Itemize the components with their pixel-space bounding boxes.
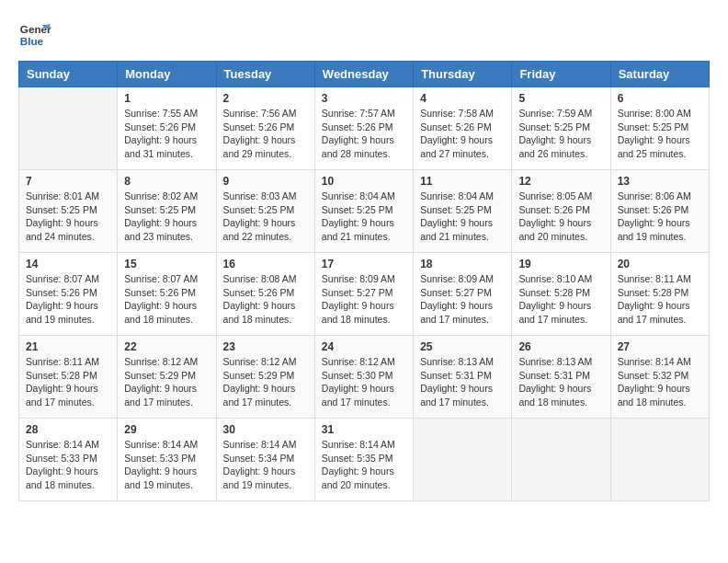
day-number: 15 — [124, 258, 209, 270]
calendar-day-cell: 27Sunrise: 8:14 AMSunset: 5:32 PMDayligh… — [610, 336, 709, 419]
day-number: 23 — [223, 340, 308, 353]
day-info: Sunrise: 7:55 AMSunset: 5:26 PMDaylight:… — [124, 107, 209, 161]
svg-text:Blue: Blue — [20, 35, 44, 47]
calendar-day-cell: 11Sunrise: 8:04 AMSunset: 5:25 PMDayligh… — [414, 170, 512, 253]
calendar-day-cell: 30Sunrise: 8:14 AMSunset: 5:34 PMDayligh… — [216, 419, 314, 501]
calendar-day-cell: 13Sunrise: 8:06 AMSunset: 5:26 PMDayligh… — [610, 170, 709, 253]
calendar-day-cell: 19Sunrise: 8:10 AMSunset: 5:28 PMDayligh… — [512, 253, 610, 336]
calendar-day-cell: 16Sunrise: 8:08 AMSunset: 5:26 PMDayligh… — [216, 253, 314, 336]
weekday-header-cell: Sunday — [19, 62, 118, 87]
calendar-week-row: 21Sunrise: 8:11 AMSunset: 5:28 PMDayligh… — [19, 336, 710, 419]
calendar-day-cell: 5Sunrise: 7:59 AMSunset: 5:25 PMDaylight… — [512, 87, 610, 170]
calendar-day-cell: 4Sunrise: 7:58 AMSunset: 5:26 PMDaylight… — [414, 87, 512, 170]
day-info: Sunrise: 8:04 AMSunset: 5:25 PMDaylight:… — [420, 190, 505, 244]
day-info: Sunrise: 7:58 AMSunset: 5:26 PMDaylight:… — [420, 107, 505, 161]
calendar-day-cell — [610, 419, 709, 501]
logo: General Blue — [18, 18, 55, 52]
day-info: Sunrise: 8:07 AMSunset: 5:26 PMDaylight:… — [26, 272, 110, 327]
calendar-day-cell: 7Sunrise: 8:01 AMSunset: 5:25 PMDaylight… — [19, 170, 118, 253]
day-number: 20 — [618, 258, 702, 270]
day-info: Sunrise: 7:59 AMSunset: 5:25 PMDaylight:… — [518, 107, 603, 161]
calendar-day-cell: 17Sunrise: 8:09 AMSunset: 5:27 PMDayligh… — [314, 253, 413, 336]
day-number: 22 — [124, 340, 209, 353]
svg-text:General: General — [20, 23, 51, 35]
day-number: 11 — [420, 175, 505, 188]
day-info: Sunrise: 8:00 AMSunset: 5:25 PMDaylight:… — [618, 107, 702, 161]
day-number: 8 — [124, 175, 209, 188]
day-number: 17 — [322, 258, 406, 270]
calendar-day-cell — [19, 87, 118, 170]
day-info: Sunrise: 8:09 AMSunset: 5:27 PMDaylight:… — [322, 272, 406, 327]
calendar-day-cell: 12Sunrise: 8:05 AMSunset: 5:26 PMDayligh… — [512, 170, 610, 253]
day-info: Sunrise: 8:12 AMSunset: 5:29 PMDaylight:… — [223, 355, 308, 409]
day-number: 16 — [223, 258, 308, 270]
day-number: 29 — [124, 423, 209, 436]
day-info: Sunrise: 8:11 AMSunset: 5:28 PMDaylight:… — [618, 272, 702, 327]
header: General Blue — [18, 18, 710, 52]
day-number: 13 — [618, 175, 702, 188]
day-number: 28 — [26, 423, 110, 436]
day-info: Sunrise: 8:03 AMSunset: 5:25 PMDaylight:… — [223, 190, 308, 244]
day-info: Sunrise: 8:10 AMSunset: 5:28 PMDaylight:… — [518, 272, 603, 327]
day-info: Sunrise: 8:04 AMSunset: 5:25 PMDaylight:… — [322, 190, 406, 244]
calendar-day-cell: 24Sunrise: 8:12 AMSunset: 5:30 PMDayligh… — [314, 336, 413, 419]
calendar-day-cell: 14Sunrise: 8:07 AMSunset: 5:26 PMDayligh… — [19, 253, 118, 336]
calendar-week-row: 14Sunrise: 8:07 AMSunset: 5:26 PMDayligh… — [19, 253, 710, 336]
day-number: 4 — [420, 92, 505, 105]
day-number: 6 — [618, 92, 702, 105]
calendar-day-cell: 29Sunrise: 8:14 AMSunset: 5:33 PMDayligh… — [118, 419, 216, 501]
calendar-day-cell: 3Sunrise: 7:57 AMSunset: 5:26 PMDaylight… — [314, 87, 413, 170]
calendar-day-cell — [512, 419, 610, 501]
day-info: Sunrise: 8:07 AMSunset: 5:26 PMDaylight:… — [124, 272, 209, 327]
day-info: Sunrise: 7:57 AMSunset: 5:26 PMDaylight:… — [322, 107, 406, 161]
day-number: 18 — [420, 258, 505, 270]
day-info: Sunrise: 8:13 AMSunset: 5:31 PMDaylight:… — [518, 355, 603, 409]
day-number: 26 — [518, 340, 603, 353]
day-number: 19 — [518, 258, 603, 270]
day-info: Sunrise: 8:08 AMSunset: 5:26 PMDaylight:… — [223, 272, 308, 327]
day-number: 1 — [124, 92, 209, 105]
calendar-day-cell: 10Sunrise: 8:04 AMSunset: 5:25 PMDayligh… — [314, 170, 413, 253]
calendar-day-cell: 25Sunrise: 8:13 AMSunset: 5:31 PMDayligh… — [414, 336, 512, 419]
day-info: Sunrise: 8:06 AMSunset: 5:26 PMDaylight:… — [618, 190, 702, 244]
weekday-header-row: SundayMondayTuesdayWednesdayThursdayFrid… — [19, 62, 710, 87]
calendar-day-cell: 1Sunrise: 7:55 AMSunset: 5:26 PMDaylight… — [118, 87, 216, 170]
weekday-header-cell: Thursday — [414, 62, 512, 87]
day-info: Sunrise: 8:14 AMSunset: 5:33 PMDaylight:… — [26, 438, 110, 492]
day-info: Sunrise: 8:14 AMSunset: 5:33 PMDaylight:… — [124, 438, 209, 492]
day-number: 3 — [322, 92, 406, 105]
calendar-day-cell: 9Sunrise: 8:03 AMSunset: 5:25 PMDaylight… — [216, 170, 314, 253]
day-number: 5 — [518, 92, 603, 105]
calendar-day-cell: 28Sunrise: 8:14 AMSunset: 5:33 PMDayligh… — [19, 419, 118, 501]
day-number: 24 — [322, 340, 406, 353]
calendar-day-cell: 8Sunrise: 8:02 AMSunset: 5:25 PMDaylight… — [118, 170, 216, 253]
day-info: Sunrise: 8:14 AMSunset: 5:35 PMDaylight:… — [322, 438, 406, 492]
calendar-day-cell: 20Sunrise: 8:11 AMSunset: 5:28 PMDayligh… — [610, 253, 709, 336]
calendar-week-row: 28Sunrise: 8:14 AMSunset: 5:33 PMDayligh… — [19, 419, 710, 501]
day-info: Sunrise: 7:56 AMSunset: 5:26 PMDaylight:… — [223, 107, 308, 161]
day-info: Sunrise: 8:01 AMSunset: 5:25 PMDaylight:… — [26, 190, 110, 244]
day-info: Sunrise: 8:09 AMSunset: 5:27 PMDaylight:… — [420, 272, 505, 327]
calendar-day-cell — [414, 419, 512, 501]
day-number: 9 — [223, 175, 308, 188]
day-info: Sunrise: 8:13 AMSunset: 5:31 PMDaylight:… — [420, 355, 505, 409]
calendar-day-cell: 21Sunrise: 8:11 AMSunset: 5:28 PMDayligh… — [19, 336, 118, 419]
day-number: 27 — [618, 340, 702, 353]
calendar-day-cell: 23Sunrise: 8:12 AMSunset: 5:29 PMDayligh… — [216, 336, 314, 419]
day-info: Sunrise: 8:12 AMSunset: 5:29 PMDaylight:… — [124, 355, 209, 409]
day-number: 30 — [223, 423, 308, 436]
calendar-day-cell: 22Sunrise: 8:12 AMSunset: 5:29 PMDayligh… — [118, 336, 216, 419]
weekday-header-cell: Monday — [118, 62, 216, 87]
day-info: Sunrise: 8:02 AMSunset: 5:25 PMDaylight:… — [124, 190, 209, 244]
day-info: Sunrise: 8:14 AMSunset: 5:34 PMDaylight:… — [223, 438, 308, 492]
weekday-header-cell: Friday — [512, 62, 610, 87]
day-number: 14 — [26, 258, 110, 270]
day-number: 25 — [420, 340, 505, 353]
calendar-day-cell: 6Sunrise: 8:00 AMSunset: 5:25 PMDaylight… — [610, 87, 709, 170]
day-info: Sunrise: 8:05 AMSunset: 5:26 PMDaylight:… — [518, 190, 603, 244]
day-info: Sunrise: 8:11 AMSunset: 5:28 PMDaylight:… — [26, 355, 110, 409]
calendar-day-cell: 2Sunrise: 7:56 AMSunset: 5:26 PMDaylight… — [216, 87, 314, 170]
day-number: 2 — [223, 92, 308, 105]
day-number: 12 — [518, 175, 603, 188]
day-info: Sunrise: 8:12 AMSunset: 5:30 PMDaylight:… — [322, 355, 406, 409]
